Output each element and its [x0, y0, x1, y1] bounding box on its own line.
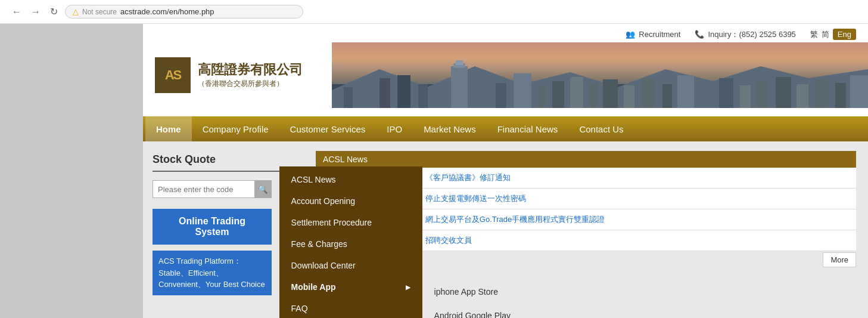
iphone-store-label: iphone App Store	[434, 287, 498, 297]
header-background	[332, 42, 868, 108]
skyline-svg	[332, 60, 868, 108]
dropdown-download-center[interactable]: Download Center	[279, 255, 422, 276]
nav-market-news[interactable]: Market News	[413, 116, 487, 141]
svg-rect-7	[451, 66, 468, 108]
svg-rect-6	[418, 84, 428, 108]
url-bar[interactable]: △ Not secure acstrade.com/en/home.php	[65, 5, 303, 18]
company-name-cn: 高陞證券有限公司	[198, 61, 303, 79]
dropdown-secondary: iphone App Store Android Google Play	[422, 277, 542, 318]
svg-rect-13	[537, 85, 546, 108]
main-wrapper: 👥 Recruitment 📞 Inquiry：(852) 2525 6395 …	[0, 24, 868, 318]
download-center-label: Download Center	[291, 261, 356, 270]
nav-bar-inner: Home Company Profile Customer Services A…	[145, 116, 866, 141]
not-secure-text: Not secure	[82, 8, 117, 16]
nav-customer-services[interactable]: Customer Services ACSL News Account Open…	[279, 116, 377, 141]
svg-rect-21	[677, 75, 694, 108]
forward-button[interactable]: →	[29, 5, 43, 18]
android-play-label: Android Google Play	[434, 311, 511, 318]
search-button[interactable]: 🔍	[254, 181, 271, 197]
warning-icon: △	[73, 7, 79, 16]
platform-desc: ACS Trading Platform： Stable、Efficient、C…	[153, 251, 272, 295]
back-button[interactable]: ←	[10, 5, 24, 18]
header-top: 👥 Recruitment 📞 Inquiry：(852) 2525 6395 …	[143, 24, 868, 42]
nav-customer-services-label: Customer Services	[290, 124, 366, 134]
search-row: 🔍	[153, 180, 272, 198]
svg-rect-5	[397, 75, 410, 108]
refresh-button[interactable]: ↻	[48, 5, 60, 18]
logo-text-area: 高陞證券有限公司 （香港聯合交易所參與者）	[198, 61, 303, 89]
lang-en-button[interactable]: Eng	[833, 29, 856, 40]
inquiry-label: Inquiry：(852) 2525 6395	[708, 29, 795, 40]
svg-rect-26	[776, 77, 791, 108]
svg-rect-19	[642, 78, 655, 108]
svg-rect-29	[835, 83, 846, 108]
site-header: 👥 Recruitment 📞 Inquiry：(852) 2525 6395 …	[143, 24, 868, 116]
svg-rect-18	[624, 85, 634, 108]
more-button[interactable]: More	[823, 252, 856, 267]
language-options: 繁 简 Eng	[810, 29, 856, 40]
svg-rect-30	[850, 75, 868, 108]
svg-rect-27	[797, 84, 808, 108]
settlement-label: Settlement Procedure	[291, 218, 372, 227]
dropdown-container: ACSL News Account Opening Settlement Pro…	[279, 166, 542, 318]
svg-rect-28	[814, 79, 829, 108]
account-opening-label: Account Opening	[291, 196, 355, 206]
nav-home[interactable]: Home	[145, 116, 192, 141]
fee-charges-label: Fee & Charges	[291, 239, 347, 249]
city-background	[332, 42, 868, 108]
header-body: AS 高陞證券有限公司 （香港聯合交易所參與者）	[143, 42, 868, 108]
dropdown-android-play[interactable]: Android Google Play	[422, 304, 542, 318]
search-icon: 🔍	[258, 185, 268, 194]
dropdown-acsl-news[interactable]: ACSL News	[279, 169, 422, 190]
svg-rect-22	[701, 83, 713, 108]
inquiry-item: 📞 Inquiry：(852) 2525 6395	[695, 29, 795, 40]
dropdown-fee-charges[interactable]: Fee & Charges	[279, 233, 422, 255]
logo-area: AS 高陞證券有限公司 （香港聯合交易所參與者）	[143, 51, 346, 99]
nav-ipo[interactable]: IPO	[376, 116, 413, 141]
content-area: 👥 Recruitment 📞 Inquiry：(852) 2525 6395 …	[143, 24, 868, 318]
news-header-row: ACSL News	[316, 151, 856, 168]
svg-rect-12	[514, 73, 531, 108]
svg-rect-4	[379, 78, 390, 108]
svg-rect-10	[475, 78, 490, 108]
svg-rect-24	[740, 85, 751, 108]
nav-financial-news[interactable]: Financial News	[487, 116, 569, 141]
decorative-sidebar	[0, 24, 143, 318]
dropdown-iphone-store[interactable]: iphone App Store	[422, 280, 542, 304]
nav-bar: Home Company Profile Customer Services A…	[143, 116, 868, 141]
svg-rect-20	[662, 84, 672, 108]
lang-sc-button[interactable]: 简	[822, 29, 829, 40]
svg-rect-11	[496, 83, 506, 108]
nav-contact-us[interactable]: Contact Us	[568, 116, 634, 141]
people-icon: 👥	[626, 30, 635, 39]
logo-box: AS	[155, 57, 191, 93]
browser-chrome: ← → ↻ △ Not secure acstrade.com/en/home.…	[0, 0, 868, 24]
svg-rect-3	[362, 81, 374, 108]
svg-rect-23	[719, 78, 733, 108]
svg-rect-25	[755, 81, 768, 108]
stock-code-input[interactable]	[153, 181, 254, 197]
dropdown-primary: ACSL News Account Opening Settlement Pro…	[279, 166, 422, 318]
dropdown-mobile-app[interactable]: Mobile App	[279, 276, 422, 298]
lang-tc-button[interactable]: 繁	[810, 29, 818, 40]
svg-rect-14	[552, 81, 564, 108]
svg-rect-17	[603, 79, 618, 108]
svg-rect-15	[570, 77, 583, 108]
svg-rect-9	[456, 60, 463, 65]
nav-company-profile[interactable]: Company Profile	[192, 116, 279, 141]
logo-letters: AS	[165, 67, 181, 83]
company-sub-cn: （香港聯合交易所參與者）	[198, 79, 303, 89]
news-header-cell: ACSL News	[316, 151, 856, 168]
faq-label: FAQ	[291, 304, 308, 313]
phone-icon: 📞	[695, 30, 704, 39]
url-text: acstrade.com/en/home.php	[120, 7, 214, 16]
online-trading-button[interactable]: Online Trading System	[153, 209, 272, 245]
recruitment-item: 👥 Recruitment	[626, 30, 680, 39]
mobile-app-label: Mobile App	[291, 282, 336, 292]
acsl-news-label: ACSL News	[291, 175, 336, 184]
svg-rect-16	[588, 83, 598, 108]
dropdown-faq[interactable]: FAQ	[279, 298, 422, 318]
dropdown-settlement[interactable]: Settlement Procedure	[279, 212, 422, 233]
dropdown-account-opening[interactable]: Account Opening	[279, 190, 422, 212]
stock-quote-title: Stock Quote	[153, 153, 294, 172]
